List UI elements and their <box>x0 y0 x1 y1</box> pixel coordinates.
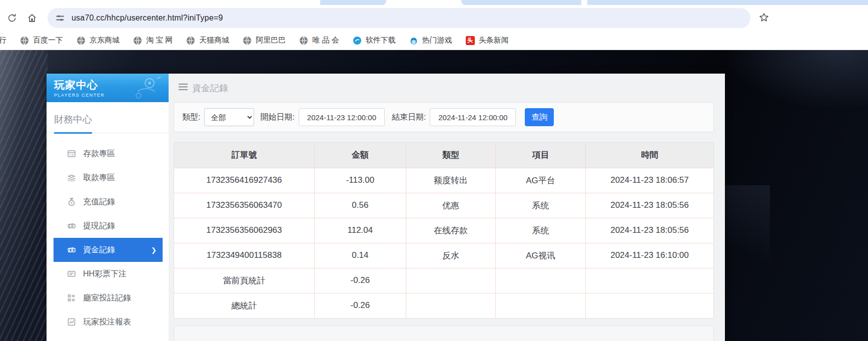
bookmark-item[interactable]: 头 头条新闻 <box>466 36 509 45</box>
funds-table: 訂單號 金額 類型 項目 時間 1732356416927436 -113.00… <box>174 142 714 318</box>
bookmark-item[interactable]: 唯 品 会 <box>299 36 339 45</box>
sidebar-item-recharge-record[interactable]: ¥ 充值記錄 <box>47 190 169 214</box>
bookmark-label: 百度一下 <box>33 36 63 45</box>
cell-type: 额度转出 <box>406 168 496 193</box>
cell-type: 优惠 <box>406 193 496 218</box>
bookmark-star-icon[interactable] <box>756 10 772 26</box>
sidebar-item-label: 存款專區 <box>83 149 115 159</box>
cell-order: 1732356416927436 <box>174 168 314 193</box>
tab-edge <box>461 0 581 5</box>
globe-icon <box>133 36 142 45</box>
ticket-icon <box>67 269 77 279</box>
globe-icon <box>20 36 29 45</box>
svg-text:¥: ¥ <box>71 201 73 205</box>
cell-amount: -113.00 <box>314 168 406 193</box>
cell-amount: 0.14 <box>314 243 406 268</box>
cell-type <box>406 268 496 293</box>
sidebar-item-label: 資金記錄 <box>83 245 115 255</box>
column-header: 類型 <box>406 143 496 168</box>
bookmark-item[interactable]: 热门游戏 <box>409 36 452 45</box>
bookmark-item[interactable]: 淘 宝 网 <box>133 36 173 45</box>
site-info-icon[interactable] <box>56 14 65 23</box>
cell-item: AG视讯 <box>495 243 585 268</box>
sidebar-item-label: 充值記錄 <box>83 197 115 207</box>
bookmark-label: 热门游戏 <box>422 36 452 45</box>
bookmark-label: 唯 品 会 <box>312 36 339 45</box>
table-row: 1732349400115838 0.14 反水 AG视讯 2024-11-23… <box>174 243 713 268</box>
sidebar-item-withdraw-record[interactable]: 提現記錄 <box>47 214 169 238</box>
players-center-banner: 玩家中心 PLAYERS CENTER <box>47 74 169 102</box>
hall-list-icon <box>67 293 77 303</box>
cell-amount: -0.26 <box>314 293 406 318</box>
cell-item: AG平台 <box>495 168 585 193</box>
column-header: 時間 <box>585 143 713 168</box>
end-date-label: 結束日期: <box>392 112 426 123</box>
home-icon[interactable] <box>24 10 40 26</box>
start-date-input[interactable] <box>299 108 385 126</box>
reload-icon[interactable] <box>4 10 20 26</box>
cell-type <box>406 293 496 318</box>
bookmark-label: 天猫商城 <box>199 36 229 45</box>
sidebar-item-withdraw[interactable]: 取款專區 <box>47 166 169 190</box>
tab-strip <box>0 0 868 5</box>
background-glow <box>723 50 868 110</box>
withdraw-hand-icon <box>67 173 77 183</box>
table-row-grand-total: 總統計 -0.26 <box>174 293 713 318</box>
moneybag-icon: ¥ <box>67 197 77 207</box>
url-text[interactable]: usa70.cc/hhcp/usercenter.html?iniType=9 <box>72 14 223 23</box>
cell-item <box>495 293 585 318</box>
software-download-icon <box>353 36 362 45</box>
sidebar-section-title: 財務中心 <box>47 102 169 126</box>
bookmark-label: 淘 宝 网 <box>146 36 173 45</box>
page-title: 資金記錄 <box>192 82 228 94</box>
background-wedge <box>725 185 770 290</box>
sidebar-item-funds-record[interactable]: 資金記錄 ❯ <box>54 238 163 262</box>
cell-type: 在线存款 <box>406 218 496 243</box>
cell-order: 1732356356063470 <box>174 193 314 218</box>
sidebar-item-label: 玩家投注報表 <box>83 317 131 327</box>
sidebar-item-hall-bet-record[interactable]: 廳室投註記錄 <box>47 286 169 310</box>
cell-order: 1732349400115838 <box>174 243 314 268</box>
cell-order: 總統計 <box>174 293 314 318</box>
sidebar-item-label: 取款專區 <box>83 173 115 183</box>
query-button[interactable]: 查詢 <box>525 108 554 126</box>
sidebar-item-label: 廳室投註記錄 <box>83 293 131 303</box>
sidebar-item-label: HH彩票下注 <box>83 269 127 279</box>
table-row: 1732356416927436 -113.00 额度转出 AG平台 2024-… <box>174 168 713 193</box>
bookmark-item[interactable]: 行 <box>0 36 7 45</box>
cell-item: 系统 <box>495 218 585 243</box>
type-select[interactable]: 全部 <box>204 108 254 126</box>
cell-amount: 112.04 <box>314 218 406 243</box>
globe-icon <box>243 36 252 45</box>
address-bar[interactable]: usa70.cc/hhcp/usercenter.html?iniType=9 <box>48 8 750 28</box>
bookmark-item[interactable]: 京东商城 <box>77 36 120 45</box>
end-date-input[interactable] <box>430 108 516 126</box>
report-chart-icon <box>67 317 77 327</box>
cell-type: 反水 <box>406 243 496 268</box>
sidebar: 玩家中心 PLAYERS CENTER 財務中心 <box>47 74 169 341</box>
funds-icon <box>67 245 77 255</box>
bookmark-item[interactable]: 百度一下 <box>20 36 63 45</box>
toutiao-news-icon: 头 <box>466 36 475 45</box>
bookmark-item[interactable]: 软件下载 <box>353 36 396 45</box>
banknote-icon <box>67 221 77 231</box>
sidebar-item-player-report[interactable]: 玩家投注報表 <box>47 310 169 334</box>
sidebar-item-deposit[interactable]: 存款專區 <box>47 142 169 166</box>
chevron-right-icon: ❯ <box>151 246 157 254</box>
background-texture <box>0 50 48 341</box>
filter-bar: 類型: 全部 開始日期: 結束日期: 查詢 <box>174 102 714 132</box>
bookmark-label: 京东商城 <box>90 36 120 45</box>
page-title-bar: 資金記錄 <box>169 74 725 102</box>
table-row: 1732356356063470 0.56 优惠 系统 2024-11-23 1… <box>174 193 713 218</box>
bookmark-item[interactable]: 天猫商城 <box>186 36 229 45</box>
cell-order: 1732356356062963 <box>174 218 314 243</box>
tab-edge <box>587 0 868 5</box>
cell-amount: -0.26 <box>314 268 406 293</box>
hamburger-icon[interactable] <box>179 83 188 93</box>
main-content: 資金記錄 類型: 全部 開始日期: 結束日期: 查詢 訂單號 金額 類型 <box>169 74 725 341</box>
globe-icon <box>186 36 195 45</box>
sidebar-item-hh-lottery[interactable]: HH彩票下注 <box>47 262 169 286</box>
bookmark-label: 行 <box>0 36 7 45</box>
bookmark-item[interactable]: 阿里巴巴 <box>243 36 286 45</box>
globe-icon <box>299 36 308 45</box>
